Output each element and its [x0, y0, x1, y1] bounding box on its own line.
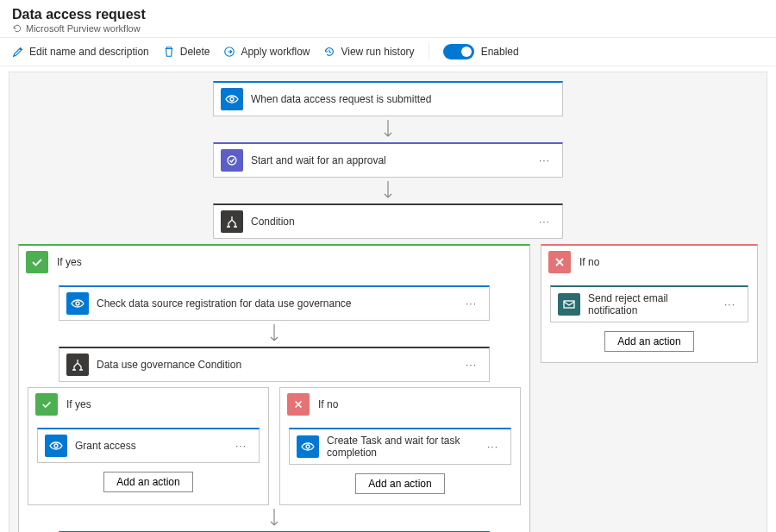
more-icon[interactable]: ···: [534, 216, 555, 228]
eye-icon: [297, 435, 319, 458]
eye-icon: [66, 292, 89, 315]
svg-point-3: [76, 302, 79, 305]
more-icon[interactable]: ···: [719, 298, 741, 310]
svg-point-4: [54, 444, 58, 448]
check-icon: [26, 251, 48, 273]
x-icon: [548, 251, 571, 273]
inner-if-yes: If yes Grant access ···: [28, 387, 269, 505]
grant-access-card[interactable]: Grant access ···: [37, 428, 260, 463]
add-action-button[interactable]: Add an action: [103, 472, 192, 492]
history-label: View run history: [341, 46, 414, 58]
add-action-button[interactable]: Add an action: [355, 473, 444, 494]
dug-cond-title: Data use governance Condition: [97, 359, 453, 371]
svg-point-2: [228, 156, 236, 165]
grant-title: Grant access: [75, 440, 222, 452]
approval-title: Start and wait for an approval: [251, 154, 526, 166]
check-icon: [35, 393, 58, 416]
page-title: Data access request: [12, 7, 764, 22]
toolbar: Edit name and description Delete Apply w…: [0, 37, 776, 66]
condition-card[interactable]: Condition ···: [213, 203, 563, 239]
if-yes-label: If yes: [57, 256, 82, 268]
refresh-icon: [12, 23, 22, 34]
trigger-card[interactable]: When data access request is submitted: [213, 81, 563, 116]
edit-label: Edit name and description: [29, 46, 149, 58]
more-icon[interactable]: ···: [460, 297, 482, 310]
trigger-title: When data access request is submitted: [251, 93, 555, 105]
eye-icon: [221, 88, 243, 110]
arrow-icon: [383, 178, 393, 203]
branch-icon: [221, 210, 243, 233]
inner-no-label: If no: [318, 398, 338, 410]
check-reg-title: Check data source registration for data …: [97, 297, 453, 310]
svg-point-1: [230, 97, 234, 101]
if-no-branch: If no Send reject email notification ···…: [541, 244, 758, 363]
create-task-title: Create Task and wait for task completion: [327, 435, 474, 459]
toolbar-divider: [429, 43, 429, 60]
approval-icon: [221, 149, 243, 172]
inner-yes-label: If yes: [66, 398, 91, 410]
arrow-icon: [383, 116, 393, 142]
apply-button[interactable]: Apply workflow: [223, 44, 310, 59]
dug-condition-card[interactable]: Data use governance Condition ···: [59, 347, 490, 382]
check-registration-card[interactable]: Check data source registration for data …: [59, 285, 490, 321]
more-icon[interactable]: ···: [460, 359, 482, 371]
history-icon: [323, 46, 335, 58]
create-task-card[interactable]: Create Task and wait for task completion…: [289, 428, 511, 465]
arrow-icon: [269, 321, 279, 347]
eye-icon: [45, 435, 67, 457]
more-icon[interactable]: ···: [534, 154, 555, 166]
arrow-icon: [269, 505, 279, 531]
edit-button[interactable]: Edit name and description: [12, 44, 149, 59]
pencil-icon: [12, 46, 24, 58]
workflow-canvas: When data access request is submitted St…: [9, 72, 767, 532]
delete-button[interactable]: Delete: [163, 44, 210, 59]
svg-rect-7: [564, 301, 574, 308]
send-reject-title: Send reject email notification: [588, 292, 711, 316]
if-no-label: If no: [579, 256, 599, 268]
branch-icon: [66, 354, 89, 376]
add-action-button[interactable]: Add an action: [604, 331, 693, 352]
more-icon[interactable]: ···: [482, 441, 504, 453]
apply-label: Apply workflow: [241, 46, 310, 58]
arrow-right-circle-icon: [223, 46, 235, 58]
trash-icon: [163, 46, 175, 58]
enabled-toggle[interactable]: [443, 44, 474, 59]
approval-card[interactable]: Start and wait for an approval ···: [213, 142, 563, 178]
history-button[interactable]: View run history: [323, 44, 414, 59]
send-reject-card[interactable]: Send reject email notification ···: [550, 285, 748, 322]
condition-title: Condition: [251, 216, 526, 228]
delete-label: Delete: [180, 46, 210, 58]
inner-if-no: If no Create Task and wait for task comp…: [279, 387, 521, 505]
x-icon: [287, 393, 310, 416]
if-yes-branch: If yes Check data source registration fo…: [18, 244, 530, 532]
svg-point-5: [306, 445, 310, 448]
more-icon[interactable]: ···: [230, 440, 252, 452]
enabled-label: Enabled: [481, 46, 519, 58]
subtitle: Microsoft Purview workflow: [26, 23, 141, 34]
mail-icon: [558, 293, 580, 316]
